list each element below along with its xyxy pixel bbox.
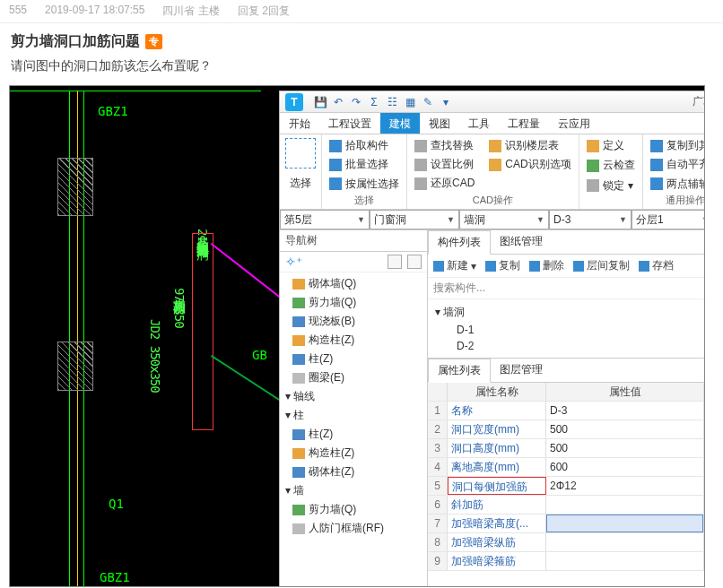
tab-view[interactable]: 视图 [420, 113, 459, 134]
nav-item[interactable]: 剪力墙(Q) [280, 500, 427, 519]
layer-combo[interactable]: 分层1▼ [632, 210, 705, 229]
property-row[interactable]: 2洞口宽度(mm)500☐ [428, 420, 705, 439]
property-grid[interactable]: 属性名称属性值附1名称D-3☐2洞口宽度(mm)500☐3洞口高度(mm)500… [428, 383, 705, 587]
qat-tree-icon[interactable]: ☷ [386, 96, 398, 108]
nav-tree[interactable]: 砌体墙(Q)剪力墙(Q)现浇板(B)构造柱(Z)柱(Z)圈梁(E)▾ 轴线▾ 柱… [280, 272, 427, 587]
cloud-check-button[interactable]: 云检查 [585, 156, 637, 175]
tab-quantity[interactable]: 工程量 [499, 113, 549, 134]
nav-tool-2[interactable] [407, 255, 422, 269]
tab-component-list[interactable]: 构件列表 [428, 230, 491, 255]
tree-root[interactable]: 墙洞 [443, 306, 465, 318]
qat-sum-icon[interactable]: Σ [368, 96, 380, 108]
ribbon: 选择 拾取构件 批量选择 按属性选择 选择 查找替换 设置比例 还原CAD 识别 [280, 134, 705, 210]
select-big-label[interactable]: 选择 [285, 176, 316, 191]
find-replace-button[interactable]: 查找替换 [413, 136, 476, 155]
copy-to-other-button[interactable]: 复制到其它 [649, 136, 705, 155]
nav-tree-panel: 导航树 ✧⁺ 砌体墙(Q)剪力墙(Q)现浇板(B)构造柱(Z)柱(Z)圈梁(E)… [280, 230, 428, 587]
nav-tool-1[interactable] [388, 255, 402, 269]
property-row[interactable]: 4离地高度(mm)600☐ [428, 458, 705, 477]
tab-drawing-mgmt[interactable]: 图纸管理 [491, 230, 552, 254]
nav-item[interactable]: 剪力墙(Q) [280, 293, 427, 312]
component-tree[interactable]: ▾ 墙洞 D-1 D-2 [428, 299, 705, 358]
tab-start[interactable]: 开始 [280, 113, 319, 134]
property-tabs: 属性列表 图层管理 [428, 358, 705, 383]
titlebar: T 💾 ↶ ↷ Σ ☷ ▦ ✎ ▾ 广联 [280, 91, 705, 113]
property-row[interactable]: 9加强暗梁箍筋☐ [428, 552, 705, 571]
nav-item[interactable]: 圈梁(E) [280, 368, 427, 387]
tree-item-d1[interactable]: D-1 [435, 322, 705, 338]
tab-cloud[interactable]: 云应用 [549, 113, 599, 134]
archive-button[interactable]: 存档 [639, 258, 674, 273]
nav-item[interactable]: 柱(Z) [280, 350, 427, 368]
identify-floor-button[interactable]: 识别楼层表 [487, 136, 572, 155]
nav-item-label: 柱(Z) [309, 351, 333, 367]
tree-item-d2[interactable]: D-2 [435, 338, 705, 354]
component-combo[interactable]: D-3▼ [549, 210, 632, 229]
cad-text-1: JD2 350x350 [148, 319, 162, 393]
nav-item-icon [292, 298, 305, 308]
post-title: 剪力墙洞口加筋问题 专 [11, 32, 712, 51]
select-tool-icon[interactable] [285, 138, 316, 169]
property-row[interactable]: 5洞口每侧加强筋2Φ12☐ [428, 477, 705, 496]
nav-item[interactable]: 现浇板(B) [280, 312, 427, 331]
pick-component-button[interactable]: 拾取构件 [327, 136, 401, 155]
ribbon-tabs: 开始 工程设置 建模 视图 工具 工程量 云应用 [280, 113, 705, 134]
property-row[interactable]: 1名称D-3☐ [428, 402, 705, 420]
batch-select-button[interactable]: 批量选择 [327, 155, 401, 174]
nav-item-icon [292, 354, 305, 365]
two-point-aux-button[interactable]: 两点辅轴 [649, 175, 705, 194]
nav-item[interactable]: 砌体墙(Q) [280, 274, 427, 293]
tab-properties[interactable]: 属性列表 [428, 359, 491, 383]
nav-group[interactable]: ▾ 轴线 [280, 387, 427, 406]
nav-group[interactable]: ▾ 墙 [280, 481, 427, 500]
app-logo-icon: T [285, 93, 303, 111]
nav-group[interactable]: ▾ 柱 [280, 406, 427, 425]
nav-item[interactable]: 构造柱(Z) [280, 444, 427, 463]
qat-save-icon[interactable]: 💾 [314, 96, 327, 108]
meta-user: 555 [9, 4, 27, 19]
nav-toolbar: ✧⁺ [280, 252, 427, 272]
post: 剪力墙洞口加筋问题 专 请问图中的洞口加筋该怎么布置呢？ [0, 23, 723, 80]
auto-level-button[interactable]: 自动平齐板 [649, 155, 705, 174]
restore-cad-button[interactable]: 还原CAD [413, 174, 476, 193]
property-row[interactable]: 3洞口高度(mm)500☐ [428, 439, 705, 458]
list-tabs: 构件列表 图纸管理 [428, 230, 705, 255]
nav-item[interactable]: 柱(Z) [280, 425, 427, 444]
set-scale-button[interactable]: 设置比例 [413, 155, 476, 174]
nav-item-icon [292, 429, 305, 440]
qat-undo-icon[interactable]: ↶ [332, 96, 344, 108]
tab-layer-mgmt[interactable]: 图层管理 [491, 359, 552, 382]
tab-model[interactable]: 建模 [380, 113, 420, 134]
interlayer-copy-button[interactable]: 层间复制 [573, 258, 630, 273]
floor-combo[interactable]: 第5层▼ [280, 210, 370, 229]
nav-item-icon [292, 505, 305, 515]
nav-add-icon[interactable]: ✧⁺ [285, 255, 302, 269]
nav-item-icon [292, 467, 305, 478]
copy-button[interactable]: 复制 [485, 258, 520, 273]
qat-more-icon[interactable]: ▾ [440, 96, 452, 108]
nav-item[interactable]: 构造柱(Z) [280, 331, 427, 350]
tab-project[interactable]: 工程设置 [319, 113, 380, 134]
define-button[interactable]: 定义 [585, 136, 637, 155]
new-button[interactable]: 新建 ▾ [433, 258, 476, 273]
nav-item-icon [292, 316, 305, 327]
brand-right: 广联 [693, 94, 705, 109]
tab-tools[interactable]: 工具 [459, 113, 499, 134]
category-combo[interactable]: 门窗洞▼ [370, 210, 459, 229]
cad-options-button[interactable]: CAD识别选项 [487, 155, 572, 174]
search-components[interactable]: 搜索构件... [428, 278, 705, 299]
post-title-text: 剪力墙洞口加筋问题 [11, 32, 140, 51]
property-row[interactable]: 7加强暗梁高度(...☐ [428, 514, 705, 533]
meta-date: 2019-09-17 18:07:55 [45, 4, 144, 19]
type-combo[interactable]: 墙洞▼ [459, 210, 549, 229]
select-by-attr-button[interactable]: 按属性选择 [327, 175, 401, 194]
property-row[interactable]: 6斜加筋☐ [428, 496, 705, 514]
nav-item[interactable]: 人防门框墙(RF) [280, 519, 427, 538]
qat-redo-icon[interactable]: ↷ [350, 96, 362, 108]
property-row[interactable]: 8加强暗梁纵筋☐ [428, 533, 705, 552]
nav-item[interactable]: 砌体柱(Z) [280, 463, 427, 481]
lock-button[interactable]: 锁定 ▾ [585, 177, 637, 195]
qat-settings-icon[interactable]: ▦ [404, 96, 416, 108]
qat-edit-icon[interactable]: ✎ [422, 96, 434, 108]
delete-button[interactable]: 删除 [529, 258, 564, 273]
